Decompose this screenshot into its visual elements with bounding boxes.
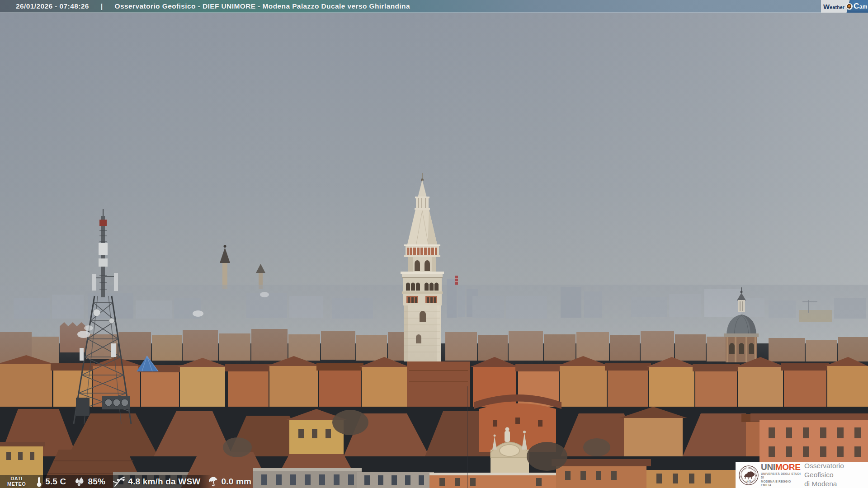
- unimore-wordmark: UNIMORE UNIVERSITÀ DEGLI STUDI DI MODENA…: [761, 463, 801, 487]
- rain-reading: 0.0 mm: [208, 476, 252, 487]
- wind-value: 4.8 km/h da WSW: [128, 477, 200, 487]
- camera-title: Osservatorio Geofisico - DIEF UNIMORE - …: [115, 2, 410, 10]
- wind-anemometer-icon: [113, 476, 125, 487]
- unimore-seal-year: 1175: [746, 480, 751, 482]
- temperature-reading: 5.5 C: [36, 476, 66, 487]
- meteo-label-line1: DATI: [7, 476, 26, 482]
- wind-reading: 4.8 km/h da WSW: [113, 476, 200, 487]
- unimore-footer-logo: 1175 UNIMORE UNIVERSITÀ DEGLI STUDI DI M…: [736, 462, 868, 488]
- weathercam-cam-text: Cam: [854, 2, 868, 11]
- temperature-value: 5.5 C: [45, 477, 66, 487]
- meteo-label-line2: METEO: [7, 482, 26, 487]
- weathercam-weather-text: Weather: [823, 3, 844, 10]
- rain-value: 0.0 mm: [222, 477, 252, 487]
- unimore-more-text: MORE: [775, 462, 801, 472]
- topbar: 26/01/2026 - 07:48:26 | Osservatorio Geo…: [0, 0, 868, 13]
- timestamp: 26/01/2026 - 07:48:26: [16, 2, 89, 10]
- observatory-name: Osservatorio Geofisico di Modena: [804, 461, 868, 488]
- thermometer-icon: [36, 476, 42, 487]
- observatory-name-line1: Osservatorio Geofisico: [804, 461, 868, 479]
- meteo-label: DATI METEO: [7, 476, 26, 487]
- unimore-seal-icon: 1175: [738, 464, 759, 487]
- umbrella-rain-icon: [208, 476, 219, 487]
- humidity-drops-icon: [74, 476, 85, 487]
- observatory-name-line2: di Modena: [804, 479, 868, 488]
- unimore-university-line2: MODENA E REGGIO EMILIA: [761, 480, 801, 487]
- separator: |: [101, 2, 103, 10]
- humidity-reading: 85%: [74, 476, 106, 487]
- weathercam-logo: Weather Cam: [821, 0, 868, 13]
- humidity-value: 85%: [88, 477, 106, 487]
- webcam-photo-scene: [0, 0, 868, 488]
- unimore-university-line1: UNIVERSITÀ DEGLI STUDI DI: [761, 472, 801, 479]
- weathercam-frame: 26/01/2026 - 07:48:26 | Osservatorio Geo…: [0, 0, 868, 488]
- unimore-uni-text: UNI: [761, 462, 775, 472]
- meteo-bar: DATI METEO 5.5 C 85%: [0, 475, 212, 488]
- camera-lens-icon: [846, 3, 853, 10]
